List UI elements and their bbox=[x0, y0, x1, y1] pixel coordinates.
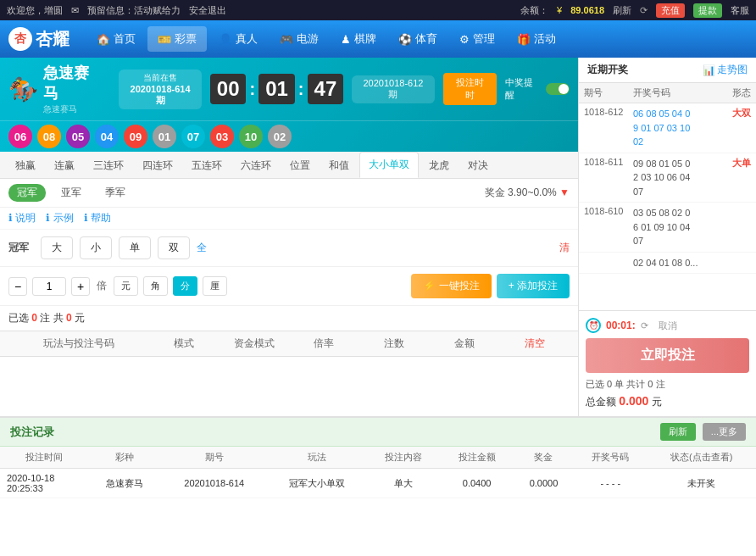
nav-item-home[interactable]: 🏠 首页 bbox=[86, 26, 146, 52]
nav-sports-label: 体育 bbox=[415, 31, 437, 47]
countdown: 00 : 01 : 47 bbox=[210, 74, 343, 104]
sel-all-btn[interactable]: 全 bbox=[197, 241, 207, 255]
plus-button[interactable]: + bbox=[71, 277, 90, 296]
unit-fen[interactable]: 分 bbox=[173, 276, 197, 296]
tab-3huan[interactable]: 三连环 bbox=[85, 153, 132, 178]
tab-position[interactable]: 位置 bbox=[281, 153, 319, 178]
result-label: 中奖提醒 bbox=[505, 76, 542, 102]
ball-3: 05 bbox=[66, 125, 90, 148]
nav-chess-label: 棋牌 bbox=[354, 31, 376, 47]
invest-total: 总金额 0.000 元 bbox=[586, 394, 749, 409]
lottery-icon: 🎫 bbox=[158, 33, 171, 46]
ball-9: 10 bbox=[239, 125, 263, 148]
nav-item-sports[interactable]: ⚽ 体育 bbox=[388, 26, 447, 52]
activity-icon: 🎁 bbox=[517, 33, 531, 46]
row-time: 2020-10-1820:25:33 bbox=[0, 469, 88, 498]
records-tbody: 2020-10-1820:25:33 急速赛马 20201018-614 冠军大… bbox=[0, 469, 756, 498]
countdown-mm: 00 bbox=[210, 74, 247, 104]
bet-button[interactable]: 投注时时 bbox=[443, 73, 498, 105]
result-toggle[interactable]: 中奖提醒 bbox=[505, 76, 570, 102]
nav-item-admin[interactable]: ⚙ 管理 bbox=[449, 26, 505, 52]
invest-button[interactable]: 立即投注 bbox=[586, 338, 749, 373]
sub-tabs: 冠军 亚军 季军 奖金 3.90~0.0% ▼ bbox=[0, 179, 578, 208]
subtab-third[interactable]: 季军 bbox=[97, 184, 134, 202]
ball-8: 03 bbox=[210, 125, 234, 148]
bottom-title: 投注记录 bbox=[10, 425, 54, 440]
period-1: 1018-612 bbox=[584, 107, 633, 117]
subtab-runner[interactable]: 亚军 bbox=[53, 184, 90, 202]
bottom-actions: 刷新 ...更多 bbox=[660, 423, 746, 441]
info-example[interactable]: ℹ 示例 bbox=[46, 211, 73, 225]
unit-yuan[interactable]: 元 bbox=[114, 276, 138, 296]
cancel-link[interactable]: 取消 bbox=[659, 320, 677, 332]
balance-amount: 89.0618 bbox=[570, 5, 604, 15]
balance-label: 余额： bbox=[520, 4, 548, 17]
prize-info: 奖金 3.90~0.0% ▼ bbox=[485, 186, 570, 200]
th-numbers: 开奖号码 bbox=[633, 86, 717, 99]
col-clear[interactable]: 清空 bbox=[499, 336, 570, 351]
amount-input[interactable] bbox=[32, 277, 66, 296]
sel-btn-small[interactable]: 小 bbox=[80, 236, 112, 259]
tab-sum[interactable]: 和值 bbox=[320, 153, 358, 178]
lottery-subtitle: 急速赛马 bbox=[43, 103, 103, 115]
trend-label: 走势图 bbox=[717, 63, 748, 77]
th-time: 投注时间 bbox=[0, 447, 88, 469]
top-bar-left: 欢迎您，增圆 ✉ 预留信息：活动赋给力 安全退出 bbox=[7, 4, 226, 17]
tab-bigsmall[interactable]: 大小单双 bbox=[359, 152, 419, 178]
info-help[interactable]: ℹ 帮助 bbox=[84, 211, 111, 225]
mail-icon[interactable]: ✉ bbox=[71, 5, 79, 16]
nav-lottery-label: 彩票 bbox=[175, 31, 197, 47]
invest-selected: 0 bbox=[607, 379, 612, 389]
th-status: 状态(点击查看) bbox=[647, 447, 756, 469]
right-panel-header: 近期开奖 📊 走势图 bbox=[579, 58, 756, 83]
invest-count: 0 bbox=[648, 379, 653, 389]
nav-live-label: 真人 bbox=[236, 31, 258, 47]
minus-button[interactable]: − bbox=[8, 277, 27, 296]
tab-dragon[interactable]: 龙虎 bbox=[420, 153, 458, 178]
service-link[interactable]: 客服 bbox=[731, 4, 749, 17]
unit-li[interactable]: 厘 bbox=[203, 276, 227, 296]
prize-arrow[interactable]: ▼ bbox=[559, 186, 570, 198]
nav-item-chess[interactable]: ♟ 棋牌 bbox=[331, 26, 386, 52]
refresh-link[interactable]: 刷新 bbox=[613, 4, 631, 17]
row-content: 单大 bbox=[367, 469, 440, 498]
unit-jiao[interactable]: 角 bbox=[143, 276, 168, 296]
invest-timer: ⏰ 00:01: ⟳ 取消 bbox=[586, 318, 749, 333]
tab-4huan[interactable]: 四连环 bbox=[134, 153, 181, 178]
sel-btn-double[interactable]: 双 bbox=[158, 236, 190, 259]
countdown-ms: 47 bbox=[308, 74, 344, 104]
recharge-button[interactable]: 充值 bbox=[656, 3, 685, 18]
trend-btn[interactable]: 📊 走势图 bbox=[703, 63, 748, 77]
current-period-label: 当前在售 bbox=[125, 72, 194, 84]
nav-item-activity[interactable]: 🎁 活动 bbox=[507, 26, 566, 52]
info-explain[interactable]: ℹ 说明 bbox=[8, 211, 36, 225]
row-status[interactable]: 未开奖 bbox=[647, 469, 756, 498]
records-refresh-button[interactable]: 刷新 bbox=[660, 423, 696, 441]
toggle-switch[interactable] bbox=[546, 83, 570, 95]
sel-clear-btn[interactable]: 清 bbox=[559, 241, 570, 255]
nav-item-live[interactable]: 👤 真人 bbox=[208, 26, 268, 52]
safe-exit-link[interactable]: 安全退出 bbox=[189, 4, 226, 17]
selection-area: 冠军 大 小 单 双 全 清 bbox=[0, 230, 578, 267]
one-click-button[interactable]: ⚡ 一键投注 bbox=[411, 274, 491, 298]
tab-6huan[interactable]: 六连环 bbox=[232, 153, 280, 178]
nav-item-egame[interactable]: 🎮 电游 bbox=[270, 26, 329, 52]
add-bet-button[interactable]: + 添加投注 bbox=[497, 274, 570, 298]
row-bonus: 0.0000 bbox=[514, 469, 574, 498]
tab-5huan[interactable]: 五连环 bbox=[183, 153, 231, 178]
records-more-button[interactable]: ...更多 bbox=[703, 423, 746, 441]
numbers-4: 02 04 01 08 0... bbox=[633, 256, 717, 270]
th-play: 玩法 bbox=[267, 447, 367, 469]
row-lottery: 急速赛马 bbox=[88, 469, 161, 498]
nav-item-lottery[interactable]: 🎫 彩票 bbox=[147, 26, 207, 52]
subtab-champion[interactable]: 冠军 bbox=[8, 184, 46, 202]
tab-battle[interactable]: 对决 bbox=[459, 153, 497, 178]
egame-icon: 🎮 bbox=[280, 33, 293, 46]
ball-6: 01 bbox=[153, 125, 176, 148]
ball-7: 07 bbox=[181, 125, 205, 148]
sel-btn-single[interactable]: 单 bbox=[119, 236, 151, 259]
withdraw-button[interactable]: 提款 bbox=[693, 3, 722, 18]
tab-dute[interactable]: 独赢 bbox=[7, 153, 44, 178]
tab-lianying[interactable]: 连赢 bbox=[46, 153, 83, 178]
sel-btn-big[interactable]: 大 bbox=[41, 236, 73, 259]
